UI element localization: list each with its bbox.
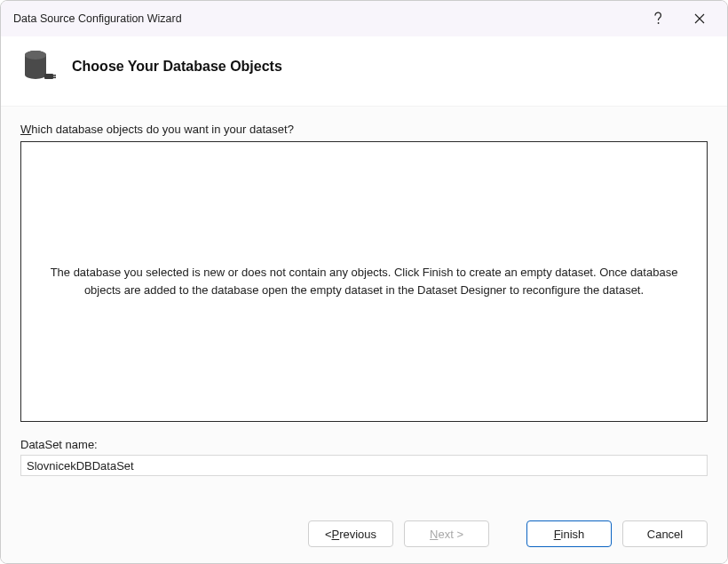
dataset-name-input[interactable] [20,455,708,476]
svg-point-0 [658,22,660,24]
titlebar: Data Source Configuration Wizard [1,1,727,36]
wizard-window: Data Source Configuration Wizard Cho [0,0,728,564]
svg-rect-3 [44,74,53,79]
help-button[interactable] [638,1,679,36]
objects-question-label: Which database objects do you want in yo… [20,123,708,136]
page-heading: Choose Your Database Objects [72,59,282,75]
database-icon [22,49,72,84]
cancel-button[interactable]: Cancel [622,520,708,547]
previous-button[interactable]: < Previous [308,520,393,547]
next-button: Next > [404,520,489,547]
dataset-name-label: DataSet name: [20,438,708,451]
wizard-footer: < Previous Next > Finish Cancel [1,504,727,563]
database-objects-tree[interactable]: The database you selected is new or does… [20,141,708,422]
close-button[interactable] [679,1,720,36]
window-title: Data Source Configuration Wizard [13,12,638,25]
svg-rect-4 [52,75,56,76]
empty-database-message: The database you selected is new or does… [43,264,685,299]
finish-button[interactable]: Finish [526,520,612,547]
svg-point-2 [25,51,46,60]
svg-rect-5 [52,77,56,79]
wizard-content: Which database objects do you want in yo… [1,107,727,504]
help-icon [653,12,664,26]
wizard-header: Choose Your Database Objects [1,36,727,107]
close-icon [694,13,705,24]
